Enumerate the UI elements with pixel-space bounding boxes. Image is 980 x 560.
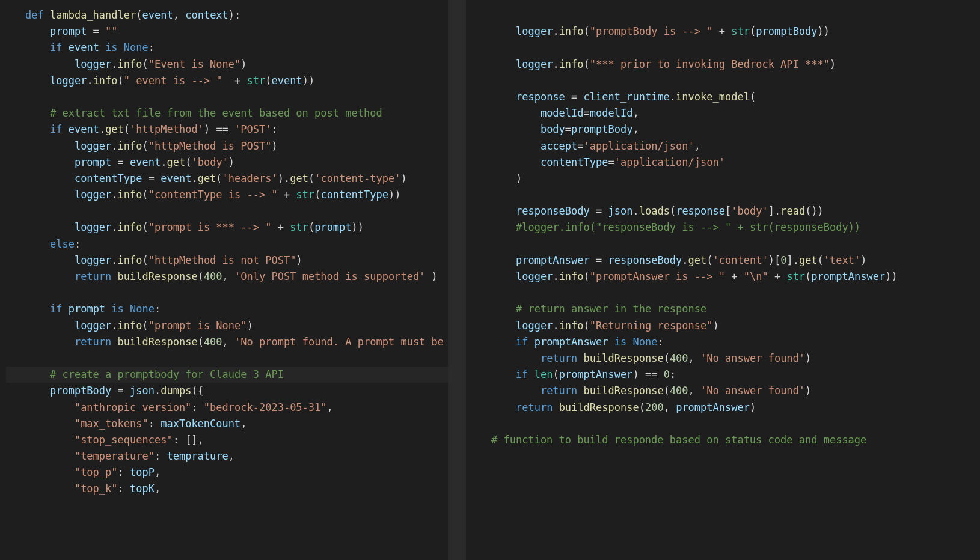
code-line[interactable]: logger.info(" event is --> " + str(event… [6,73,448,89]
token-var: topK [130,482,155,495]
code-line[interactable]: if event.get('httpMethod') == 'POST': [6,121,448,138]
token-punc: ) [240,58,247,70]
code-line[interactable]: "anthropic_version": "bedrock-2023-05-31… [6,400,448,416]
code-line[interactable] [472,416,980,432]
code-line[interactable]: # extract txt file from the event based … [6,105,448,121]
code-line[interactable]: # function to build responde based on st… [472,432,980,448]
code-line[interactable] [6,203,448,219]
token-str: "stop_sequences" [75,434,173,446]
token-kw: if [50,41,62,53]
code-line[interactable]: else: [6,236,448,252]
token-var: logger [75,189,111,201]
code-line[interactable]: modelId=modelId, [472,105,980,121]
code-line[interactable]: logger.info("prompt is None") [6,318,448,334]
token-cmt: #logger.info("responseBody is --> " + st… [516,221,860,233]
code-line[interactable]: # return answer in the response [472,301,980,317]
token-str: 'No answer found' [700,352,805,364]
code-line[interactable]: "top_k": topK, [6,481,448,497]
code-line[interactable]: logger.info("httpMethod is not POST") [6,252,448,269]
code-line[interactable] [472,236,980,252]
code-line[interactable] [6,89,448,105]
token-str: "prompt is None" [149,320,247,332]
token-op: = [142,172,161,184]
code-line[interactable]: ) [472,171,980,187]
code-line[interactable] [6,285,448,301]
code-line[interactable]: return buildResponse(200, promptAnswer) [472,400,980,416]
token-var: event [130,156,161,168]
token-punc: ( [314,189,320,201]
code-line[interactable] [472,187,980,203]
token-punc: ) [713,320,719,332]
code-line[interactable]: logger.info("contentType is --> " + str(… [6,187,448,203]
editor-pane-left[interactable]: def lambda_handler(event, context): prom… [0,0,448,560]
code-line[interactable]: return buildResponse(400, 'No answer fou… [472,350,980,367]
code-line[interactable]: prompt = "" [6,23,448,40]
token-kw: return [516,401,553,413]
code-line[interactable]: # create a promptbody for Claude 3 API [6,367,448,383]
token-kw: is [111,303,123,315]
code-line[interactable]: return buildResponse(400, 'No answer fou… [472,383,980,399]
token-punc: . [111,320,117,332]
code-line[interactable]: logger.info("Event is None") [6,56,448,73]
code-line[interactable]: contentType = event.get('headers').get('… [6,171,448,187]
code-line[interactable]: accept='application/json', [472,138,980,154]
token-fn: get [167,156,185,168]
code-line[interactable]: return buildResponse(400, 'Only POST met… [6,269,448,285]
token-var: modelId [590,107,633,119]
code-line[interactable]: if promptAnswer is None: [472,334,980,350]
code-line[interactable]: logger.info("httpMethod is POST") [6,138,448,154]
token-op [25,75,50,87]
code-line[interactable]: prompt = event.get('body') [6,154,448,171]
token-op [491,270,516,282]
code-line[interactable]: contentType='application/json' [472,154,980,171]
token-op [25,450,75,462]
code-line[interactable]: promptAnswer = responseBody.get('content… [472,252,980,269]
code-line[interactable]: #logger.info("responseBody is --> " + st… [472,219,980,236]
code-line[interactable]: logger.info("promptAnswer is --> " + "\n… [472,269,980,285]
token-op [491,352,541,364]
code-line[interactable]: if event is None: [6,40,448,56]
code-line[interactable]: "temperature": temprature, [6,448,448,464]
token-str: 'body' [731,205,768,217]
code-line[interactable] [6,350,448,367]
token-op [626,336,632,348]
token-bi: str [296,189,314,201]
token-punc: . [632,205,639,217]
code-line[interactable] [472,40,980,56]
editor-pane-right[interactable]: logger.info("promptBody is --> " + str(p… [466,0,980,560]
token-str: 'POST' [234,123,271,135]
token-var: contentType [541,156,608,168]
token-punc: . [553,25,559,37]
code-line[interactable]: logger.info("promptBody is --> " + str(p… [472,23,980,40]
token-punc: . [87,75,93,87]
token-num: 400 [670,385,688,397]
token-op [25,368,50,380]
token-var: body [541,123,565,135]
code-line[interactable] [472,73,980,89]
code-line[interactable] [472,7,980,23]
code-line[interactable]: response = client_runtime.invoke_model( [472,89,980,105]
code-line[interactable]: logger.info("*** prior to invoking Bedro… [472,56,980,73]
code-line[interactable]: logger.info("Returning response") [472,318,980,334]
token-punc: . [682,254,688,266]
token-op: + [222,75,247,87]
token-punc: ) [228,156,234,168]
code-line[interactable]: responseBody = json.loads(response['body… [472,203,980,219]
code-line[interactable]: promptBody = json.dumps({ [6,383,448,399]
code-line[interactable]: logger.info("prompt is *** --> " + str(p… [6,219,448,236]
token-punc: , [222,336,234,348]
code-line[interactable]: return buildResponse(400, 'No prompt fou… [6,334,448,350]
token-punc: ) [750,401,756,413]
code-line[interactable]: body=promptBody, [472,121,980,138]
code-line[interactable]: if len(promptAnswer) == 0: [472,367,980,383]
token-var: event [69,41,99,53]
token-str: "promptAnswer is --> " [590,270,725,282]
code-line[interactable]: def lambda_handler(event, context): [6,7,448,23]
code-line[interactable]: "top_p": topP, [6,464,448,481]
code-line[interactable]: if prompt is None: [6,301,448,317]
code-line[interactable] [472,285,980,301]
token-str: 'text' [824,254,860,266]
code-line[interactable]: "max_tokens": maxTokenCount, [6,416,448,432]
token-op: = [87,25,105,37]
code-line[interactable]: "stop_sequences": [], [6,432,448,448]
